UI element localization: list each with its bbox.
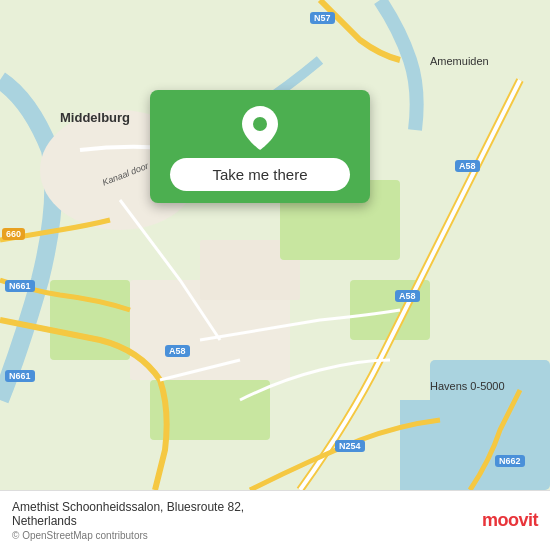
svg-rect-2 <box>400 400 480 490</box>
location-info: Amethist Schoonheidssalon, Bluesroute 82… <box>12 500 482 541</box>
amemuiden-label: Amemuiden <box>430 55 489 67</box>
location-pin-icon <box>242 106 278 150</box>
osm-credit: © OpenStreetMap contributors <box>12 530 482 541</box>
location-name: Amethist Schoonheidssalon, Bluesroute 82… <box>12 500 482 514</box>
a58-badge-3: A58 <box>165 345 190 357</box>
map-container: Kanaal door Walcheren Middelburg Amemuid… <box>0 0 550 490</box>
a58-badge-2: A58 <box>395 290 420 302</box>
a58-badge-1: A58 <box>455 160 480 172</box>
take-me-there-button[interactable]: Take me there <box>170 158 350 191</box>
navigation-card: Take me there <box>150 90 370 203</box>
middelburg-label: Middelburg <box>60 110 130 125</box>
svg-point-11 <box>253 117 267 131</box>
moovit-logo-text: moovit <box>482 510 538 531</box>
bottom-bar: Amethist Schoonheidssalon, Bluesroute 82… <box>0 490 550 550</box>
n57-badge: N57 <box>310 12 335 24</box>
moovit-logo: moovit <box>482 510 538 531</box>
n662-badge: N662 <box>495 455 525 467</box>
location-country: Netherlands <box>12 514 482 528</box>
r660-badge: 660 <box>2 228 25 240</box>
n254-badge: N254 <box>335 440 365 452</box>
n661-badge-2: N661 <box>5 370 35 382</box>
havens-label: Havens 0-5000 <box>430 380 505 392</box>
n661-badge-1: N661 <box>5 280 35 292</box>
